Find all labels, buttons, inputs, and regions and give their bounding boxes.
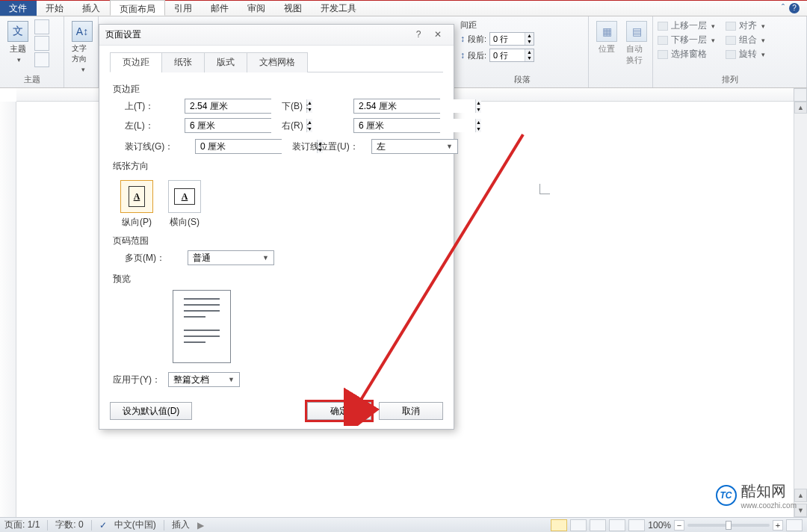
- multi-page-select[interactable]: 普通▼: [188, 250, 274, 265]
- align-button[interactable]: 对齐▾: [726, 19, 765, 32]
- chevron-down-icon: ▾: [17, 56, 21, 64]
- tab-mail[interactable]: 邮件: [202, 0, 238, 16]
- set-default-button[interactable]: 设为默认值(D): [110, 402, 192, 420]
- page-setup-dialog: 页面设置 ? ✕ 页边距 纸张 版式 文档网格 页边距 上(T)： ▲▼ 下(B…: [99, 24, 454, 430]
- view-fullscreen[interactable]: [570, 519, 587, 531]
- margin-left-input[interactable]: ▲▼: [185, 118, 271, 133]
- help-icon[interactable]: ?: [789, 3, 800, 13]
- chevron-down-icon: ▼: [446, 143, 453, 150]
- status-proofing-icon[interactable]: ✓: [99, 520, 107, 531]
- cancel-button[interactable]: 取消: [379, 402, 443, 420]
- gutter-pos-label: 装订线位置(U)：: [292, 140, 367, 153]
- zoom-fit-button[interactable]: [786, 519, 803, 531]
- tab-insert[interactable]: 插入: [73, 0, 110, 16]
- watermark-url: www.coozhi.com: [741, 501, 797, 510]
- tab-grid[interactable]: 文档网格: [247, 52, 308, 72]
- themes-icon: 文: [7, 21, 28, 42]
- scroll-up-icon[interactable]: ▲: [794, 102, 807, 114]
- ruler-vertical[interactable]: [0, 102, 16, 517]
- bring-forward-button[interactable]: 上移一层▾: [658, 19, 715, 32]
- zoom-in-button[interactable]: +: [773, 520, 783, 531]
- preview-box: [173, 290, 231, 363]
- arrow-icon: ↕: [460, 50, 465, 61]
- minimize-ribbon-icon[interactable]: ˆ: [782, 3, 785, 13]
- tab-file[interactable]: 文件: [0, 0, 37, 16]
- selection-pane-button[interactable]: 选择窗格: [658, 48, 715, 61]
- margin-bottom-input[interactable]: ▲▼: [353, 99, 440, 114]
- chevron-down-icon: ▼: [228, 376, 235, 383]
- status-insert-mode[interactable]: 插入: [172, 519, 190, 531]
- watermark: TC 酷知网 www.coozhi.com: [716, 481, 797, 510]
- send-backward-icon: [658, 36, 668, 45]
- position-icon: ▦: [596, 21, 617, 42]
- bring-forward-icon: [658, 22, 668, 31]
- view-draft[interactable]: [628, 519, 645, 531]
- themes-button[interactable]: 文 主题 ▾: [4, 19, 31, 65]
- ok-button[interactable]: 确定: [307, 402, 371, 420]
- arrow-icon: ↕: [460, 34, 465, 44]
- send-backward-button[interactable]: 下移一层▾: [658, 34, 715, 46]
- view-web[interactable]: [590, 519, 606, 531]
- status-words[interactable]: 字数: 0: [55, 519, 83, 531]
- tab-layout[interactable]: 版式: [204, 52, 247, 72]
- spacing-before-input[interactable]: ▲▼: [489, 32, 534, 46]
- tab-developer[interactable]: 开发工具: [312, 0, 366, 16]
- dialog-help-button[interactable]: ?: [409, 28, 428, 42]
- view-outline[interactable]: [609, 519, 625, 531]
- ruler-toggle-button[interactable]: [794, 88, 807, 102]
- theme-fonts-button[interactable]: [34, 36, 49, 51]
- position-button[interactable]: ▦ 位置: [593, 19, 620, 56]
- gutter-input[interactable]: ▲▼: [195, 139, 282, 154]
- page-corner-mark: [539, 184, 554, 199]
- tab-references[interactable]: 引用: [165, 0, 202, 16]
- margin-left-label: 左(L)：: [125, 120, 180, 132]
- vertical-scrollbar[interactable]: ▲ ▲ ▼: [794, 102, 807, 517]
- gutter-label: 装订线(G)：: [125, 140, 191, 153]
- tab-home[interactable]: 开始: [37, 0, 73, 16]
- margin-right-input[interactable]: ▲▼: [353, 118, 440, 133]
- theme-colors-button[interactable]: [34, 19, 49, 34]
- orientation-portrait[interactable]: A 纵向(P): [120, 180, 153, 229]
- group-button[interactable]: 组合▾: [726, 34, 765, 46]
- tab-review[interactable]: 审阅: [238, 0, 275, 16]
- menu-tabs: 文件 开始 插入 页面布局 引用 邮件 审阅 视图 开发工具 ˆ ?: [0, 0, 807, 16]
- align-icon: [726, 22, 736, 31]
- spacing-after-input[interactable]: ▲▼: [489, 49, 534, 62]
- tab-paper[interactable]: 纸张: [161, 52, 205, 72]
- zoom-slider[interactable]: [687, 524, 770, 527]
- spacing-after-label: 段后:: [468, 50, 486, 61]
- section-margins: 页边距: [113, 83, 440, 96]
- dialog-close-button[interactable]: ✕: [428, 28, 448, 42]
- section-orientation: 纸张方向: [113, 160, 440, 173]
- status-macro-icon[interactable]: ▶: [197, 520, 204, 531]
- chevron-down-icon: ▼: [262, 254, 269, 262]
- group-label-themes: 主题: [4, 73, 59, 86]
- margin-right-label: 右(R)：: [282, 120, 349, 132]
- margin-bottom-label: 下(B)：: [282, 100, 349, 113]
- view-print-layout[interactable]: [551, 519, 567, 531]
- apply-to-label: 应用于(Y)：: [113, 374, 161, 386]
- text-direction-icon: A↕: [72, 21, 93, 42]
- zoom-level[interactable]: 100%: [648, 520, 671, 531]
- section-pages: 页码范围: [113, 235, 440, 247]
- group-label-paragraph: 段落: [460, 73, 584, 86]
- zoom-out-button[interactable]: −: [674, 520, 684, 531]
- text-direction-button[interactable]: A↕ 文字方向 ▾: [69, 19, 96, 75]
- status-language[interactable]: 中文(中国): [114, 519, 156, 531]
- apply-to-select[interactable]: 整篇文档▼: [168, 372, 240, 387]
- wrap-icon: ▤: [626, 21, 647, 42]
- rotate-button[interactable]: 旋转▾: [726, 48, 765, 61]
- tab-margins[interactable]: 页边距: [110, 52, 162, 72]
- gutter-pos-select[interactable]: 左▼: [371, 139, 458, 154]
- theme-effects-button[interactable]: [34, 52, 49, 67]
- tab-page-layout[interactable]: 页面布局: [110, 0, 165, 16]
- rotate-icon: [726, 50, 736, 59]
- selection-pane-icon: [658, 50, 668, 59]
- wrap-text-button[interactable]: ▤ 自动换行: [623, 19, 650, 67]
- spacing-title: 间距: [460, 19, 477, 31]
- status-page[interactable]: 页面: 1/1: [4, 519, 40, 531]
- tab-view[interactable]: 视图: [275, 0, 312, 16]
- orientation-landscape[interactable]: A 横向(S): [168, 180, 201, 229]
- margin-top-input[interactable]: ▲▼: [185, 99, 271, 114]
- watermark-name: 酷知网: [741, 481, 797, 501]
